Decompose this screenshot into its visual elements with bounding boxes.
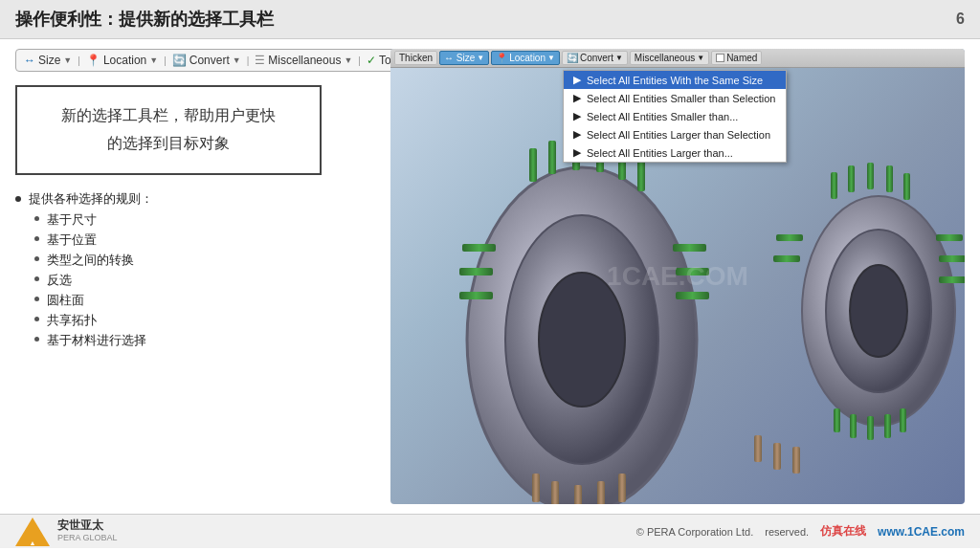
svg-rect-30	[867, 163, 874, 189]
cad-convert-icon: 🔄	[567, 53, 578, 63]
svg-rect-8	[529, 148, 537, 182]
slide-number: 6	[956, 11, 965, 28]
bullet-sub-dot-4	[34, 276, 39, 281]
bullet-sub-2: 基于位置	[34, 231, 379, 249]
svg-rect-13	[637, 158, 645, 191]
company-sub: PERA GLOBAL	[57, 533, 118, 544]
main-content: ↔ Size ▼ | 📍 Location ▼ | 🔄 Convert ▼ | …	[0, 39, 980, 514]
cad-location-btn[interactable]: 📍 Location ▼	[491, 51, 560, 65]
sep4: |	[358, 55, 361, 66]
svg-rect-20	[532, 474, 540, 502]
svg-rect-19	[459, 292, 493, 299]
bullet-sub-list: 基于尺寸 基于位置 类型之间的转换 反选 圆柱面	[34, 211, 379, 349]
cad-named-checkbox	[716, 54, 724, 62]
misc-tool[interactable]: ☰ Miscellaneous ▼	[255, 54, 352, 67]
rights-text: reserved.	[765, 526, 809, 538]
svg-rect-23	[597, 481, 605, 504]
dropdown-item-1[interactable]: ▶ Select All Entities With the Same Size	[564, 71, 786, 89]
svg-rect-21	[551, 481, 559, 504]
size-icon: ↔	[24, 54, 35, 67]
size-dropdown-arrow[interactable]: ▼	[63, 55, 72, 65]
svg-rect-27	[792, 447, 800, 474]
cad-size-btn[interactable]: ↔ Size ▼	[439, 51, 489, 65]
bullet-section: 提供各种选择的规则： 基于尺寸 基于位置 类型之间的转换 反选	[15, 190, 379, 352]
svg-rect-16	[676, 292, 709, 299]
website-link[interactable]: www.1CAE.com	[878, 525, 965, 539]
company-logo: ▲ 安世亚太 PERA GLOBAL	[15, 515, 118, 549]
svg-rect-39	[850, 414, 857, 438]
svg-rect-42	[900, 408, 906, 432]
dd-icon-1: ▶	[573, 74, 581, 86]
bullet-sub-dot-7	[34, 337, 39, 342]
logo-text: 安世亚太 PERA GLOBAL	[57, 518, 118, 544]
svg-rect-41	[884, 414, 891, 438]
svg-rect-34	[939, 255, 965, 262]
slide-title: 操作便利性：提供新的选择工具栏	[15, 8, 274, 31]
size-dropdown-menu[interactable]: ▶ Select All Entities With the Same Size…	[563, 70, 787, 163]
svg-rect-15	[676, 268, 709, 276]
misc-icon: ☰	[255, 54, 265, 67]
svg-rect-9	[548, 141, 556, 174]
bullet-sub-4: 反选	[34, 272, 379, 289]
logo-icon: ▲	[15, 515, 50, 549]
cad-thicken-btn[interactable]: Thicken	[394, 51, 437, 65]
description-box: 新的选择工具栏，帮助用户更快 的选择到目标对象	[15, 85, 322, 175]
svg-rect-35	[939, 276, 965, 283]
svg-rect-33	[936, 234, 963, 241]
bullet-sub-6: 共享拓扑	[34, 312, 379, 329]
location-icon: 📍	[86, 54, 100, 67]
sep2: |	[164, 55, 167, 66]
selection-toolbar[interactable]: ↔ Size ▼ | 📍 Location ▼ | 🔄 Convert ▼ | …	[15, 49, 443, 72]
cad-panel: Thicken ↔ Size ▼ 📍 Location ▼ 🔄 Convert …	[390, 49, 965, 504]
svg-rect-22	[574, 485, 582, 504]
svg-rect-25	[754, 435, 762, 462]
cad-convert-arrow: ▼	[615, 54, 623, 62]
svg-rect-17	[462, 244, 496, 252]
misc-dropdown-arrow[interactable]: ▼	[344, 55, 352, 65]
dd-icon-2: ▶	[573, 92, 581, 104]
company-name: 安世亚太	[57, 518, 118, 534]
svg-rect-14	[673, 244, 706, 252]
convert-icon: 🔄	[172, 54, 187, 67]
location-dropdown-arrow[interactable]: ▼	[149, 55, 158, 65]
bullet-sub-dot-1	[34, 216, 39, 221]
svg-point-4	[539, 273, 625, 407]
dd-icon-4: ▶	[573, 128, 581, 141]
convert-tool[interactable]: 🔄 Convert ▼	[172, 54, 241, 67]
cad-named-btn[interactable]: Named	[711, 51, 762, 65]
dropdown-item-3[interactable]: ▶ Select All Entities Smaller than...	[564, 107, 786, 125]
svg-rect-38	[834, 408, 840, 432]
cad-toolbar-overlay[interactable]: Thicken ↔ Size ▼ 📍 Location ▼ 🔄 Convert …	[390, 49, 965, 68]
cad-size-arrow: ▼	[477, 54, 484, 62]
bullet-sub-dot-3	[34, 256, 39, 261]
cad-misc-btn[interactable]: Miscellaneous ▼	[630, 51, 709, 65]
bullet-main-item: 提供各种选择的规则：	[15, 190, 379, 208]
bullet-sub-5: 圆柱面	[34, 292, 379, 309]
bullet-sub-dot-6	[34, 317, 39, 321]
svg-rect-40	[867, 416, 874, 440]
dropdown-item-4[interactable]: ▶ Select All Entities Larger than Select…	[564, 125, 786, 143]
svg-rect-28	[831, 172, 837, 199]
dd-icon-3: ▶	[573, 110, 581, 122]
convert-dropdown-arrow[interactable]: ▼	[233, 55, 241, 65]
bullet-sub-dot-5	[34, 297, 39, 301]
location-tool[interactable]: 📍 Location ▼	[86, 54, 158, 67]
dropdown-item-2[interactable]: ▶ Select All Entities Smaller than Selec…	[564, 89, 786, 107]
bullet-sub-3: 类型之间的转换	[34, 252, 379, 269]
svg-rect-18	[459, 268, 493, 276]
sep1: |	[78, 55, 80, 66]
cad-background: Thicken ↔ Size ▼ 📍 Location ▼ 🔄 Convert …	[390, 49, 965, 504]
dd-icon-5: ▶	[573, 146, 581, 159]
size-tool[interactable]: ↔ Size ▼	[24, 54, 72, 67]
cad-convert-btn[interactable]: 🔄 Convert ▼	[562, 51, 628, 65]
svg-rect-37	[773, 255, 800, 262]
tol-icon: ✓	[367, 54, 376, 67]
dropdown-item-5[interactable]: ▶ Select All Entities Larger than...	[564, 143, 786, 162]
svg-rect-36	[776, 234, 803, 241]
logo-inner: ▲	[30, 540, 36, 546]
slide-header: 操作便利性：提供新的选择工具栏 6	[0, 0, 980, 39]
svg-rect-32	[903, 173, 910, 200]
svg-rect-31	[886, 165, 893, 192]
cad-location-arrow: ▼	[547, 54, 555, 62]
sep3: |	[247, 55, 250, 66]
